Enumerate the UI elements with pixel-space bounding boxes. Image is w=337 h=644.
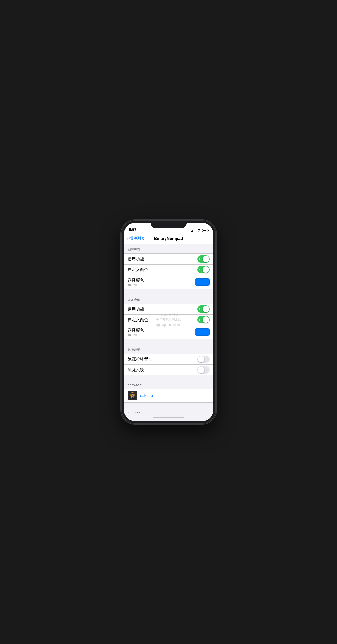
creator-row[interactable]: &$!#% eskimo <box>124 389 214 402</box>
notch <box>151 221 186 228</box>
haptic-feedback-row: 触觉反馈 <box>124 364 214 375</box>
device-color-label: 选择颜色 <box>128 328 144 333</box>
lock-enable-row: 启用功能 I <box>124 254 214 264</box>
lock-screen-body: 启用功能 I 自定义颜色 I <box>124 254 214 289</box>
page-title: BinaryNumpad <box>154 236 183 241</box>
support-section: SUPPORT Follow me on Twitter <box>124 407 214 413</box>
spacer-3 <box>124 375 214 380</box>
hide-button-bg-toggle[interactable] <box>197 356 210 363</box>
haptic-feedback-label: 触觉反馈 <box>128 367 144 372</box>
device-enable-label: 启用功能 <box>128 306 144 312</box>
spacer-2 <box>124 339 214 344</box>
device-app-section: 设备应用 启用功能 I 自定义颜色 I <box>124 294 214 339</box>
lock-custom-color-label: 自定义颜色 <box>128 267 148 272</box>
lock-color-row: 选择颜色 #007AFF <box>124 275 214 289</box>
lock-color-label-group: 选择颜色 #007AFF <box>128 275 144 289</box>
device-enable-toggle[interactable]: I <box>197 306 210 313</box>
screen: 9:57 ‹ 插件列表 BinaryNumpad <box>124 223 214 421</box>
nav-bar: ‹ 插件列表 BinaryNumpad <box>124 233 214 244</box>
other-header: 其他设置 <box>124 344 214 354</box>
lock-enable-toggle[interactable]: I <box>197 256 210 263</box>
back-button[interactable]: ‹ 插件列表 <box>127 236 145 241</box>
lock-color-sublabel: #007AFF <box>128 283 144 286</box>
lock-color-label: 选择颜色 <box>128 278 144 283</box>
creator-name: eskimo <box>140 393 153 398</box>
other-section: 其他设置 隐藏按钮背景 触觉反馈 <box>124 344 214 375</box>
back-label: 插件列表 <box>129 236 145 241</box>
lock-color-swatch[interactable] <box>195 278 210 286</box>
avatar: &$!#% <box>128 391 137 400</box>
content-scroll[interactable]: A Cydia大番源 专用预览截图水印 http://apt.cdalei.co… <box>124 244 214 413</box>
lock-screen-section: 锁屏界面 启用功能 I 自定义颜色 I <box>124 244 214 289</box>
creator-header: CREATOR <box>124 380 214 388</box>
lock-screen-header: 锁屏界面 <box>124 244 214 254</box>
other-body: 隐藏按钮背景 触觉反馈 <box>124 354 214 375</box>
support-header: SUPPORT <box>124 407 214 413</box>
signal-icon <box>191 229 196 232</box>
device-color-sublabel: #007AFF <box>128 333 144 336</box>
creator-section: CREATOR <box>124 380 214 402</box>
spacer-1 <box>124 289 214 294</box>
back-chevron-icon: ‹ <box>127 236 128 241</box>
haptic-feedback-toggle[interactable] <box>197 366 210 374</box>
avatar-image: &$!#% <box>128 391 137 400</box>
creator-body: &$!#% eskimo <box>124 388 214 402</box>
device-color-row: 选择颜色 #007AFF <box>124 325 214 339</box>
phone-frame: 9:57 ‹ 插件列表 BinaryNumpad <box>122 221 215 423</box>
hide-button-bg-label: 隐藏按钮背景 <box>128 356 152 362</box>
svg-rect-6 <box>130 394 135 394</box>
hide-button-bg-row: 隐藏按钮背景 <box>124 354 214 364</box>
svg-text:&$!#%: &$!#% <box>130 397 134 399</box>
device-custom-color-row: 自定义颜色 I <box>124 314 214 325</box>
device-app-body: 启用功能 I 自定义颜色 I <box>124 304 214 339</box>
lock-custom-color-row: 自定义颜色 I <box>124 264 214 275</box>
device-custom-color-toggle[interactable]: I <box>197 316 210 324</box>
status-icons <box>191 229 208 232</box>
status-time: 9:57 <box>129 228 136 232</box>
wifi-icon <box>197 229 201 232</box>
device-custom-color-label: 自定义颜色 <box>128 317 148 322</box>
home-indicator <box>124 413 214 421</box>
home-bar <box>153 417 184 418</box>
lock-custom-color-toggle[interactable]: I <box>197 266 210 273</box>
battery-icon <box>202 229 208 232</box>
spacer-4 <box>124 402 214 407</box>
device-color-swatch[interactable] <box>195 328 210 336</box>
lock-enable-label: 启用功能 <box>128 256 144 262</box>
device-app-header: 设备应用 <box>124 294 214 304</box>
device-enable-row: 启用功能 I <box>124 304 214 314</box>
device-color-label-group: 选择颜色 #007AFF <box>128 325 144 339</box>
